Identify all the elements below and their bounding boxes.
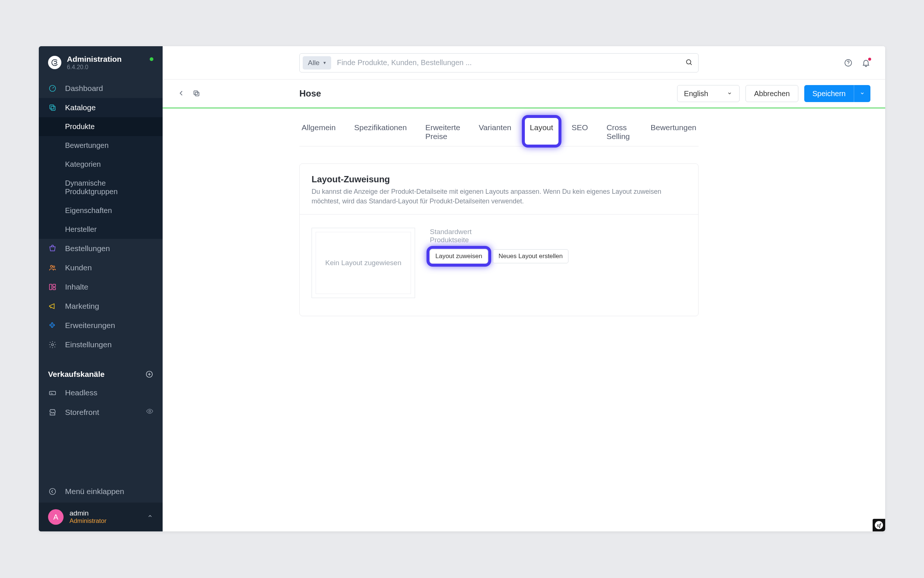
chevron-down-icon	[859, 89, 865, 98]
svg-point-13	[686, 60, 691, 64]
svg-point-15	[848, 64, 848, 65]
card-description: Du kannst die Anzeige der Produkt-Detail…	[312, 187, 686, 206]
settings-icon	[48, 340, 57, 349]
sidebar-item-kataloge[interactable]: Kataloge	[39, 98, 163, 117]
sidebar-item-label: Kunden	[65, 263, 92, 272]
sidebar: Administration 6.4.20.0 Dashboard Katalo…	[39, 46, 163, 531]
svg-rect-5	[50, 284, 52, 290]
search-input[interactable]	[331, 58, 680, 67]
sidebar-item-label: Headless	[65, 388, 97, 397]
sidebar-item-label: Marketing	[65, 302, 99, 311]
sidebar-item-label: Einstellungen	[65, 340, 112, 349]
search-icon	[685, 58, 693, 67]
cancel-button[interactable]: Abbrechen	[746, 85, 798, 102]
sidebar-item-label: Dynamische Produktgruppen	[65, 179, 154, 196]
preview-empty-text: Kein Layout zugewiesen	[325, 259, 401, 267]
search-filter-label: Alle	[308, 59, 320, 67]
svg-rect-2	[51, 107, 55, 110]
tab-allgemein[interactable]: Allgemein	[299, 118, 338, 146]
sidebar-item-bewertungen[interactable]: Bewertungen	[39, 136, 163, 155]
shopware-logo-icon	[48, 56, 61, 69]
sidebar-item-inhalte[interactable]: Inhalte	[39, 278, 163, 297]
status-dot-icon	[150, 57, 154, 61]
save-context-button[interactable]	[854, 85, 871, 102]
user-area[interactable]: A admin Administrator	[39, 503, 163, 531]
sidebar-item-produkte[interactable]: Produkte	[39, 117, 163, 136]
assign-layout-button[interactable]: Layout zuweisen	[430, 249, 488, 263]
sidebar-item-bestellungen[interactable]: Bestellungen	[39, 239, 163, 258]
svg-rect-1	[50, 105, 54, 109]
content-icon	[48, 283, 57, 291]
back-button[interactable]	[177, 89, 186, 98]
sidebar-item-label: Storefront	[65, 408, 99, 417]
save-button-group: Speichern	[804, 85, 871, 102]
svg-point-8	[51, 344, 53, 346]
sidebar-item-einstellungen[interactable]: Einstellungen	[39, 335, 163, 354]
search-filter[interactable]: Alle ▾	[303, 56, 331, 70]
sidebar-item-label: Inhalte	[65, 283, 88, 291]
sidebar-item-dashboard[interactable]: Dashboard	[39, 79, 163, 98]
app-version: 6.4.20.0	[67, 63, 121, 71]
orders-icon	[48, 244, 57, 253]
save-button[interactable]: Speichern	[804, 85, 854, 102]
tab-label: Layout	[530, 123, 553, 132]
help-button[interactable]	[844, 58, 853, 67]
duplicate-button[interactable]	[192, 89, 200, 98]
sidebar-item-erweiterungen[interactable]: Erweiterungen	[39, 316, 163, 335]
extensions-icon	[48, 321, 57, 330]
tab-spezifikationen[interactable]: Spezifikationen	[352, 118, 409, 146]
tab-cross-selling[interactable]: Cross Selling	[604, 118, 634, 146]
search-bar: Alle ▾	[299, 53, 699, 73]
tab-seo[interactable]: SEO	[570, 118, 590, 146]
button-label: Abbrechen	[754, 89, 790, 98]
svg-rect-7	[53, 288, 55, 290]
catalog-icon	[48, 103, 57, 112]
button-label: Neues Layout erstellen	[498, 253, 563, 260]
headless-icon	[48, 388, 57, 397]
bell-icon	[861, 62, 871, 68]
eye-icon[interactable]	[146, 408, 154, 417]
sidebar-item-kunden[interactable]: Kunden	[39, 258, 163, 278]
sidebar-item-hersteller[interactable]: Hersteller	[39, 220, 163, 239]
product-tabs: Allgemein Spezifikationen Erweiterte Pre…	[299, 118, 699, 146]
sidebar-item-label: Produkte	[65, 122, 95, 131]
topbar: Alle ▾	[163, 46, 885, 80]
language-select[interactable]: English	[677, 85, 740, 102]
layout-preview: Kein Layout zugewiesen	[312, 228, 415, 298]
svg-rect-16	[194, 91, 198, 94]
sidebar-item-label: Dashboard	[65, 84, 103, 93]
notifications-button[interactable]	[861, 58, 871, 67]
chevron-down-icon	[727, 89, 733, 98]
sidebar-item-kategorien[interactable]: Kategorien	[39, 155, 163, 174]
sidebar-item-eigenschaften[interactable]: Eigenschaften	[39, 201, 163, 220]
tab-varianten[interactable]: Varianten	[476, 118, 513, 146]
collapse-icon	[48, 487, 57, 496]
content: Allgemein Spezifikationen Erweiterte Pre…	[163, 108, 885, 531]
tab-layout[interactable]: Layout	[528, 118, 555, 146]
chevron-down-icon: ▾	[324, 60, 326, 65]
svg-point-11	[149, 411, 151, 412]
sidebar-item-storefront[interactable]: Storefront	[39, 402, 163, 422]
user-name: admin	[70, 509, 107, 517]
page-title: Hose	[299, 88, 321, 99]
search-button[interactable]	[680, 58, 698, 67]
sidebar-item-marketing[interactable]: Marketing	[39, 297, 163, 316]
sidebar-section-verkaufskanaele: Verkaufskanäle	[39, 365, 163, 383]
language-value: English	[684, 89, 709, 98]
symfony-badge-icon[interactable]: sf	[873, 519, 885, 531]
tab-bewertungen[interactable]: Bewertungen	[648, 118, 699, 146]
plus-circle-icon[interactable]	[145, 370, 154, 378]
avatar: A	[48, 509, 63, 525]
layout-assignment-card: Layout-Zuweisung Du kannst die Anzeige d…	[299, 164, 699, 316]
tab-erweiterte-preise[interactable]: Erweiterte Preise	[423, 118, 463, 146]
sidebar-item-headless[interactable]: Headless	[39, 383, 163, 402]
svg-rect-10	[50, 391, 56, 395]
sidebar-collapse[interactable]: Menü einklappen	[39, 481, 163, 503]
svg-rect-6	[53, 284, 55, 287]
new-layout-button[interactable]: Neues Layout erstellen	[493, 249, 568, 263]
sidebar-item-label: Kategorien	[65, 160, 101, 169]
card-title: Layout-Zuweisung	[312, 174, 686, 185]
sidebar-item-dyn-gruppen[interactable]: Dynamische Produktgruppen	[39, 174, 163, 201]
help-icon	[844, 62, 853, 68]
page-bar: Hose English Abbrechen Speichern	[163, 80, 885, 108]
